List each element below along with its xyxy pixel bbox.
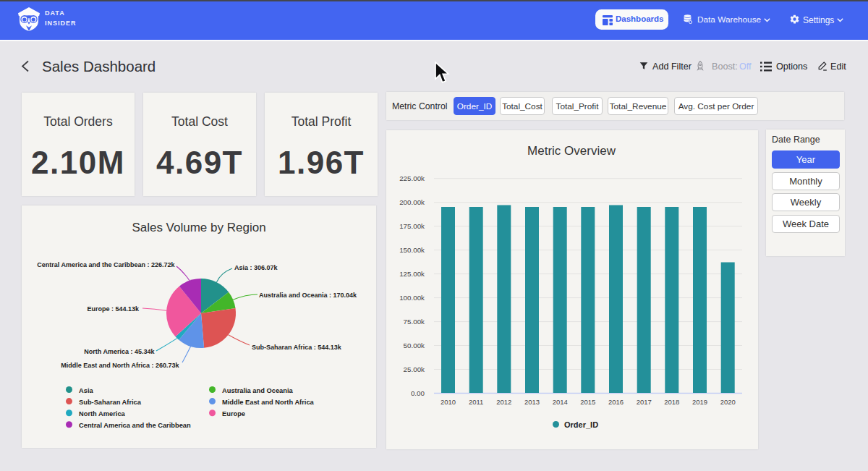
svg-text:2013: 2013 <box>524 398 540 406</box>
svg-text:North America: North America <box>79 410 126 417</box>
svg-text:Central America and the Caribb: Central America and the Caribbean <box>79 422 191 429</box>
svg-text:Central America and the Caribb: Central America and the Caribbean : 226.… <box>37 261 175 268</box>
svg-text:Asia: Asia <box>79 387 93 394</box>
svg-text:2016: 2016 <box>608 398 624 406</box>
svg-text:2015: 2015 <box>580 398 595 406</box>
svg-text:125.00k: 125.00k <box>399 270 425 278</box>
svg-text:50.00k: 50.00k <box>404 341 425 349</box>
svg-text:Metric Overview: Metric Overview <box>527 144 616 158</box>
svg-text:Australia and Oceania : 170.04: Australia and Oceania : 170.04k <box>259 292 357 299</box>
svg-text:2014: 2014 <box>553 398 568 406</box>
svg-text:2010: 2010 <box>441 398 456 406</box>
svg-text:Middle East and North Africa :: Middle East and North Africa : 260.73k <box>61 362 179 369</box>
svg-text:2017: 2017 <box>637 398 652 406</box>
svg-text:Sub-Saharan Africa : 544.13k: Sub-Saharan Africa : 544.13k <box>252 344 342 351</box>
svg-text:2011: 2011 <box>469 398 483 406</box>
svg-text:2018: 2018 <box>664 398 679 406</box>
svg-text:Asia : 306.07k: Asia : 306.07k <box>234 264 278 271</box>
svg-text:Middle East and North Africa: Middle East and North Africa <box>222 399 315 406</box>
svg-text:Order_ID: Order_ID <box>564 420 598 429</box>
svg-text:225.00k: 225.00k <box>399 174 425 182</box>
svg-text:2020: 2020 <box>720 398 736 406</box>
svg-text:150.00k: 150.00k <box>399 246 425 254</box>
svg-text:2019: 2019 <box>692 398 707 406</box>
svg-text:Europe : 544.13k: Europe : 544.13k <box>87 305 140 313</box>
svg-text:2012: 2012 <box>496 398 511 406</box>
svg-text:25.00k: 25.00k <box>404 365 425 373</box>
svg-text:0.00: 0.00 <box>411 389 425 397</box>
svg-text:100.00k: 100.00k <box>399 294 425 302</box>
svg-text:Europe: Europe <box>222 410 245 417</box>
svg-text:75.00k: 75.00k <box>404 318 425 326</box>
svg-text:200.00k: 200.00k <box>399 198 425 206</box>
svg-text:Australia and Oceania: Australia and Oceania <box>222 387 293 394</box>
svg-text:North America : 45.34k: North America : 45.34k <box>84 348 155 355</box>
svg-text:Sub-Saharan Africa: Sub-Saharan Africa <box>79 399 142 406</box>
svg-text:175.00k: 175.00k <box>399 222 425 230</box>
